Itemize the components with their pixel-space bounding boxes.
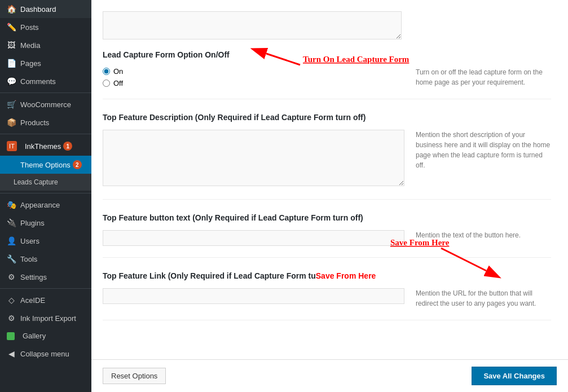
sidebar-item-settings[interactable]: ⚙ Settings <box>0 268 91 286</box>
top-feature-description-title: Top Feature Description (Only Required i… <box>103 113 551 122</box>
top-feature-description-row: Mention the short description of your bu… <box>103 130 551 188</box>
radio-on-input[interactable] <box>103 68 110 75</box>
sidebar-item-label: Dashboard <box>20 5 56 14</box>
top-feature-link-help: Mention the URL for the button that will… <box>416 288 551 309</box>
content-area: Lead Capture Form Option On/Off On Off <box>91 0 568 359</box>
lead-capture-toggle-row: On Off Turn on or off the lead capture f… <box>103 67 551 87</box>
comments-icon: 💬 <box>7 77 16 86</box>
save-from-here-annotation: Save From Here <box>316 271 376 280</box>
radio-off-option[interactable]: Off <box>103 79 404 87</box>
inkthemes-icon: IT <box>7 141 17 151</box>
sidebar-item-label: Users <box>20 237 39 245</box>
media-icon: 🖼 <box>7 41 16 50</box>
theme-options-badge: 2 <box>73 160 82 169</box>
top-feature-button-help: Mention the text of the button here. <box>416 230 551 240</box>
top-feature-button-row: Mention the text of the button here. <box>103 230 551 246</box>
top-feature-description-section: Top Feature Description (Only Required i… <box>103 113 551 200</box>
sidebar-item-pages[interactable]: 📄 Pages <box>0 54 91 72</box>
appearance-icon: 🎭 <box>7 200 16 209</box>
top-description-textarea[interactable] <box>103 11 402 39</box>
sidebar-item-inkthemes[interactable]: IT InkThemes 1 <box>0 136 91 156</box>
link-input-field <box>103 288 404 304</box>
top-feature-button-title: Top Feature button text (Only Required i… <box>103 213 551 222</box>
radio-on-label: On <box>113 67 123 76</box>
sidebar-item-gallery[interactable]: Gallery <box>0 327 91 345</box>
top-textarea-row <box>103 11 551 41</box>
button-input-field <box>103 230 404 246</box>
radio-off-label: Off <box>113 79 123 87</box>
users-icon: 👤 <box>7 236 16 245</box>
top-feature-button-section: Top Feature button text (Only Required i… <box>103 213 551 258</box>
sidebar-item-label: Plugins <box>20 219 45 227</box>
sidebar-item-label: WooCommerce <box>20 100 71 109</box>
sidebar-item-label: Comments <box>20 77 56 86</box>
sidebar-item-dashboard[interactable]: 🏠 Dashboard <box>0 0 91 18</box>
top-feature-link-row: Mention the URL for the button that will… <box>103 288 551 309</box>
top-feature-description-help: Mention the short description of your bu… <box>416 130 551 170</box>
radio-on-option[interactable]: On <box>103 67 404 76</box>
lead-capture-toggle-section: Lead Capture Form Option On/Off On Off <box>103 50 551 99</box>
sidebar-item-label: Tools <box>20 255 37 263</box>
plugins-icon: 🔌 <box>7 218 16 227</box>
lead-capture-toggle-title: Lead Capture Form Option On/Off <box>103 50 551 59</box>
main-content: Lead Capture Form Option On/Off On Off <box>91 0 568 392</box>
sidebar-item-products[interactable]: 📦 Products <box>0 113 91 131</box>
sidebar-item-label: Gallery <box>23 332 46 340</box>
footer-bar: Reset Options Save All Changes <box>91 359 568 392</box>
sidebar-item-theme-options[interactable]: Theme Options 2 <box>0 156 91 174</box>
sidebar-item-label: Leads Capture <box>14 178 58 186</box>
sidebar-item-label: Settings <box>20 273 47 281</box>
sidebar-item-posts[interactable]: ✏️ Posts <box>0 18 91 36</box>
radio-group: On Off <box>103 67 404 87</box>
acelide-icon: ◇ <box>7 296 16 305</box>
sidebar-item-label: Ink Import Export <box>20 314 76 323</box>
sidebar-item-appearance[interactable]: 🎭 Appearance <box>0 196 91 214</box>
sidebar-item-label: Appearance <box>20 201 60 209</box>
top-feature-link-title: Top Feature Link (Only Required if Lead … <box>103 271 551 280</box>
dashboard-icon: 🏠 <box>7 5 16 14</box>
settings-icon: ⚙ <box>7 272 16 281</box>
sidebar-item-label: Collapse menu <box>20 350 69 358</box>
sidebar-item-ink-import-export[interactable]: ⚙ Ink Import Export <box>0 309 91 327</box>
sidebar-item-tools[interactable]: 🔧 Tools <box>0 250 91 268</box>
sidebar-item-comments[interactable]: 💬 Comments <box>0 72 91 90</box>
sidebar-item-label: Theme Options <box>20 161 71 169</box>
radio-off-input[interactable] <box>103 80 110 87</box>
radio-field: On Off <box>103 67 404 87</box>
sidebar-item-users[interactable]: 👤 Users <box>0 232 91 250</box>
save-all-changes-button[interactable]: Save All Changes <box>472 367 557 385</box>
top-feature-link-input[interactable] <box>103 288 404 304</box>
ink-import-export-icon: ⚙ <box>7 314 16 323</box>
top-feature-link-section: Top Feature Link (Only Required if Lead … <box>103 271 551 320</box>
reset-options-button[interactable]: Reset Options <box>103 368 166 384</box>
top-feature-button-input[interactable] <box>103 230 404 246</box>
lead-capture-help: Turn on or off the lead capture form on … <box>416 67 551 87</box>
description-textarea-field <box>103 130 404 188</box>
sidebar-item-label: Media <box>20 41 40 50</box>
sidebar-item-leads-capture[interactable]: Leads Capture <box>0 174 91 191</box>
collapse-menu-icon: ◀ <box>7 349 16 358</box>
products-icon: 📦 <box>7 118 16 127</box>
sidebar-item-plugins[interactable]: 🔌 Plugins <box>0 214 91 232</box>
sidebar-item-label: InkThemes <box>25 142 61 151</box>
woocommerce-icon: 🛒 <box>7 100 16 109</box>
sidebar-item-woocommerce[interactable]: 🛒 WooCommerce <box>0 95 91 113</box>
sidebar-item-acelide[interactable]: ◇ AceIDE <box>0 291 91 309</box>
posts-icon: ✏️ <box>7 23 16 32</box>
inkthemes-badge: 1 <box>63 142 72 151</box>
tools-icon: 🔧 <box>7 254 16 263</box>
pages-icon: 📄 <box>7 59 16 68</box>
sidebar-item-label: AceIDE <box>20 296 45 305</box>
sidebar-item-collapse-menu[interactable]: ◀ Collapse menu <box>0 345 91 363</box>
sidebar: 🏠 Dashboard ✏️ Posts 🖼 Media 📄 Pages 💬 C… <box>0 0 91 392</box>
sidebar-item-media[interactable]: 🖼 Media <box>0 36 91 54</box>
gallery-icon <box>7 332 15 340</box>
top-feature-description-textarea[interactable] <box>103 130 404 186</box>
sidebar-item-label: Products <box>20 118 49 127</box>
sidebar-item-label: Pages <box>20 59 41 68</box>
sidebar-item-label: Posts <box>20 23 39 32</box>
